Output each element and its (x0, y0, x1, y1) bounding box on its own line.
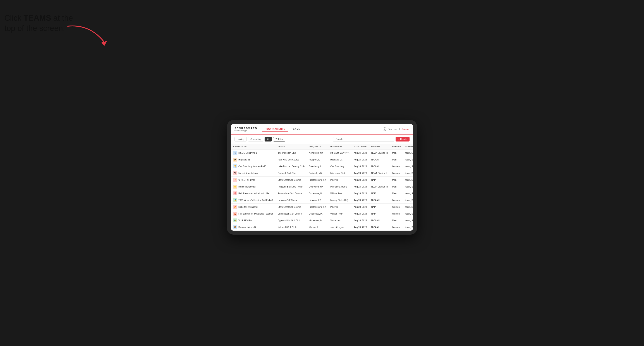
cell-gender: Women (390, 224, 403, 231)
cell-start-date: Aug 28, 2023 (352, 197, 369, 204)
cell-city: Faribault, MN (307, 170, 328, 176)
cell-scoring: team, Stroke Play (403, 224, 413, 231)
cell-scoring: team, Stroke Play (403, 210, 413, 217)
cell-event-name: 🦁 Klash at Kokopelli (231, 224, 276, 231)
cell-venue: Edmundson Golf Course (276, 210, 306, 217)
table-row: 🏅 2023 Women's Hesston Fall Kickoff Hess… (231, 197, 413, 204)
user-name: Test User (388, 128, 397, 130)
cell-venue: Hesston Golf Course (276, 197, 306, 204)
event-icon: 🎪 (233, 212, 237, 216)
cell-venue: The Powelton Club (276, 150, 306, 156)
cell-city: Prestonsburg, KY (307, 176, 328, 183)
cell-venue: StoneCrest Golf Course (276, 204, 306, 210)
cell-venue: Park Hills Golf Course (276, 156, 306, 163)
gear-icon[interactable]: ⚙ (383, 127, 386, 131)
cell-start-date: Aug 28, 2023 (352, 204, 369, 210)
hosting-button[interactable]: Hosting (234, 137, 247, 142)
event-icon: ⚡ (233, 178, 237, 182)
arrow-indicator (63, 22, 111, 49)
app-header: SCOREBOARD Powered by clippit TOURNAMENT… (231, 124, 413, 135)
event-icon: 🎭 (233, 218, 237, 222)
cell-scoring: team, Stroke Play (403, 170, 413, 176)
cell-hosted-by: Pikeville (328, 176, 352, 183)
cell-gender: Men (390, 176, 403, 183)
tab-tournaments[interactable]: TOURNAMENTS (262, 126, 288, 132)
event-icon: 🎓 (233, 158, 237, 162)
cell-venue: StoneCrest Golf Course (276, 176, 306, 183)
cell-division: NAIA (369, 210, 390, 217)
table-row: 🎯 Fall Statesmen Invitational - Men Edmu… (231, 190, 413, 197)
cell-event-name: 🏌 MSMC Qualifying 1 (231, 150, 276, 156)
cell-event-name: 🎭 VU PREVIEW (231, 217, 276, 224)
logo-title: SCOREBOARD (234, 127, 257, 130)
col-city-state: CITY, STATE (307, 144, 328, 150)
cell-event-name: 🦅 Maverick Invitational (231, 170, 276, 176)
cell-hosted-by: William Penn (328, 210, 352, 217)
table-row: 🌟 Morris Invitational Ruttger's Bay Lake… (231, 183, 413, 190)
event-icon: 🦁 (233, 225, 237, 229)
cell-division: NICAA II (369, 197, 390, 204)
cell-gender: Men (390, 217, 403, 224)
table-container: EVENT NAME VENUE CITY, STATE HOSTED BY S… (231, 144, 413, 231)
cell-start-date: Aug 28, 2023 (352, 190, 369, 197)
cell-scoring: team, Stroke Play (403, 190, 413, 197)
cell-scoring: team, Stroke Play (403, 183, 413, 190)
cell-division: NAIA (369, 176, 390, 183)
cell-event-name: ⚡ UPIKE Fall Invite (231, 176, 276, 183)
separator: | (399, 128, 400, 130)
cell-city: Newburgh, NY (307, 150, 328, 156)
cell-venue: Lake Bracken Country Club (276, 163, 306, 170)
create-button[interactable]: + Create (396, 137, 410, 142)
cell-scoring: team, Stroke Play (403, 204, 413, 210)
table-row: 🔥 upike fall invitational StoneCrest Gol… (231, 204, 413, 210)
tab-teams[interactable]: TEAMS (288, 126, 304, 132)
cell-scoring: team, Stroke Play (403, 163, 413, 170)
cell-city: Freeport, IL (307, 156, 328, 163)
col-division: DIVISION (369, 144, 390, 150)
cell-start-date: Aug 26, 2023 (352, 163, 369, 170)
search-input[interactable] (333, 137, 394, 142)
cell-gender: Women (390, 163, 403, 170)
col-event-name: EVENT NAME (231, 144, 276, 150)
cell-hosted-by: William Penn (328, 190, 352, 197)
cell-start-date: Aug 28, 2023 (352, 217, 369, 224)
cell-venue: Edmundson Golf Course (276, 190, 306, 197)
filter-button[interactable]: ☰ Filter (273, 137, 285, 142)
cell-division: NCAA Division II (369, 170, 390, 176)
table-row: 🦅 Maverick Invitational Faribault Golf C… (231, 170, 413, 176)
cell-event-name: 🎓 Highland 36 (231, 156, 276, 163)
cell-city: Deerwood, MN (307, 183, 328, 190)
cell-scoring: team, Stroke Play (403, 217, 413, 224)
logo-sub: Powered by clippit (234, 130, 257, 132)
cell-gender: Women (390, 170, 403, 176)
cell-hosted-by: Mt. Saint Mary (NY) (328, 150, 352, 156)
cell-scoring: team, Stroke Play (403, 156, 413, 163)
tournaments-table: EVENT NAME VENUE CITY, STATE HOSTED BY S… (231, 144, 413, 231)
cell-hosted-by: John A Logan (328, 224, 352, 231)
cell-venue: Cypress Hills Golf Club (276, 217, 306, 224)
cell-city: Marion, IL (307, 224, 328, 231)
cell-city: Oskaloosa, IA (307, 190, 328, 197)
cell-city: Oskaloosa, IA (307, 210, 328, 217)
table-row: ⚡ UPIKE Fall Invite StoneCrest Golf Cour… (231, 176, 413, 183)
nav-tabs: TOURNAMENTS TEAMS (262, 126, 383, 132)
cell-city: Prestonsburg, KY (307, 204, 328, 210)
cell-division: NCAA Division III (369, 183, 390, 190)
cell-venue: Kokopelli Golf Club (276, 224, 306, 231)
cell-hosted-by: Minnesota-Morris (328, 183, 352, 190)
competing-button[interactable]: Competing (248, 137, 263, 142)
event-icon: 🔥 (233, 205, 237, 209)
cell-hosted-by: Vincennes (328, 217, 352, 224)
cell-event-name: 🎪 Fall Statesmen Invitational - Women (231, 210, 276, 217)
cell-division: NICAA I (369, 224, 390, 231)
cell-venue: Ruttger's Bay Lake Resort (276, 183, 306, 190)
table-body: 🏌 MSMC Qualifying 1 The Powelton Club Ne… (231, 150, 413, 231)
all-button[interactable]: All (264, 137, 272, 142)
cell-scoring: team, Stroke Play (403, 150, 413, 156)
event-icon: 🏆 (233, 165, 237, 168)
cell-city: Vincennes, IN (307, 217, 328, 224)
cell-division: NAIA (369, 204, 390, 210)
cell-venue: Faribault Golf Club (276, 170, 306, 176)
sign-out-link[interactable]: Sign out (402, 128, 410, 130)
col-hosted-by: HOSTED BY (328, 144, 352, 150)
